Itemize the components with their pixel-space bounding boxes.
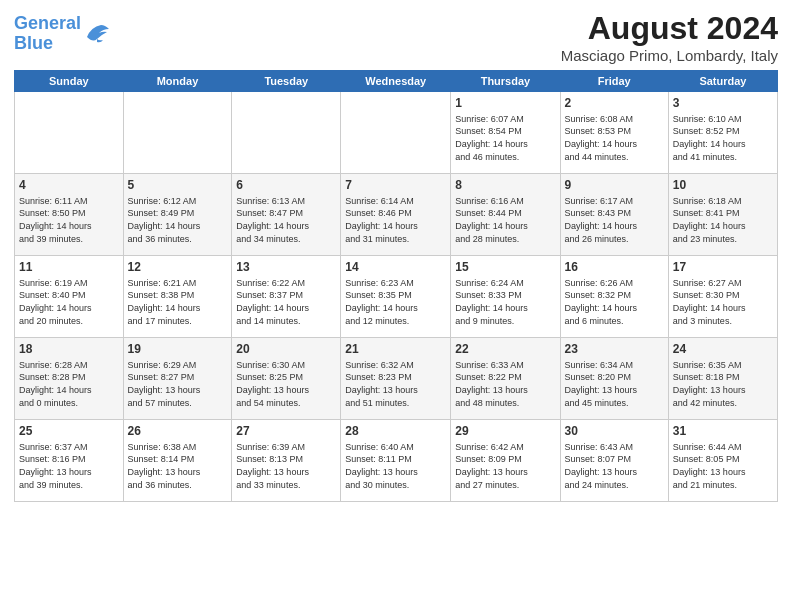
day-number: 5 bbox=[128, 177, 228, 194]
logo: GeneralBlue bbox=[14, 14, 111, 54]
week-row-3: 11Sunrise: 6:19 AMSunset: 8:40 PMDayligh… bbox=[15, 256, 778, 338]
cell-content: Daylight: 14 hours bbox=[345, 220, 446, 233]
cell-content: Sunrise: 6:14 AM bbox=[345, 195, 446, 208]
calendar-cell: 11Sunrise: 6:19 AMSunset: 8:40 PMDayligh… bbox=[15, 256, 124, 338]
logo-text: GeneralBlue bbox=[14, 14, 81, 54]
cell-content: Sunset: 8:28 PM bbox=[19, 371, 119, 384]
cell-content: Daylight: 13 hours bbox=[565, 466, 664, 479]
cell-content: and 45 minutes. bbox=[565, 397, 664, 410]
cell-content: and 36 minutes. bbox=[128, 479, 228, 492]
cell-content: and 34 minutes. bbox=[236, 233, 336, 246]
cell-content: Sunset: 8:52 PM bbox=[673, 125, 773, 138]
day-number: 31 bbox=[673, 423, 773, 440]
cell-content: and 33 minutes. bbox=[236, 479, 336, 492]
cell-content: Daylight: 13 hours bbox=[345, 384, 446, 397]
day-number: 1 bbox=[455, 95, 555, 112]
cell-content: Sunrise: 6:33 AM bbox=[455, 359, 555, 372]
calendar-cell: 10Sunrise: 6:18 AMSunset: 8:41 PMDayligh… bbox=[668, 174, 777, 256]
cell-content: and 42 minutes. bbox=[673, 397, 773, 410]
header-row: Sunday Monday Tuesday Wednesday Thursday… bbox=[15, 71, 778, 92]
cell-content: Sunrise: 6:29 AM bbox=[128, 359, 228, 372]
calendar-cell: 6Sunrise: 6:13 AMSunset: 8:47 PMDaylight… bbox=[232, 174, 341, 256]
cell-content: and 39 minutes. bbox=[19, 479, 119, 492]
cell-content: and 6 minutes. bbox=[565, 315, 664, 328]
cell-content: and 3 minutes. bbox=[673, 315, 773, 328]
cell-content: Sunset: 8:11 PM bbox=[345, 453, 446, 466]
cell-content: Daylight: 14 hours bbox=[19, 220, 119, 233]
cell-content: Sunrise: 6:28 AM bbox=[19, 359, 119, 372]
cell-content: Sunset: 8:33 PM bbox=[455, 289, 555, 302]
cell-content: Daylight: 14 hours bbox=[455, 220, 555, 233]
header-monday: Monday bbox=[123, 71, 232, 92]
cell-content: Sunset: 8:43 PM bbox=[565, 207, 664, 220]
cell-content: and 27 minutes. bbox=[455, 479, 555, 492]
day-number: 8 bbox=[455, 177, 555, 194]
cell-content: Daylight: 14 hours bbox=[19, 384, 119, 397]
cell-content: Daylight: 13 hours bbox=[673, 384, 773, 397]
cell-content: Sunset: 8:44 PM bbox=[455, 207, 555, 220]
calendar-table: Sunday Monday Tuesday Wednesday Thursday… bbox=[14, 70, 778, 502]
cell-content: Sunset: 8:46 PM bbox=[345, 207, 446, 220]
header-thursday: Thursday bbox=[451, 71, 560, 92]
day-number: 22 bbox=[455, 341, 555, 358]
cell-content: Sunset: 8:16 PM bbox=[19, 453, 119, 466]
day-number: 9 bbox=[565, 177, 664, 194]
day-number: 12 bbox=[128, 259, 228, 276]
week-row-2: 4Sunrise: 6:11 AMSunset: 8:50 PMDaylight… bbox=[15, 174, 778, 256]
calendar-cell: 24Sunrise: 6:35 AMSunset: 8:18 PMDayligh… bbox=[668, 338, 777, 420]
day-number: 28 bbox=[345, 423, 446, 440]
cell-content: and 36 minutes. bbox=[128, 233, 228, 246]
cell-content: Sunset: 8:49 PM bbox=[128, 207, 228, 220]
calendar-cell bbox=[123, 92, 232, 174]
cell-content: Sunset: 8:54 PM bbox=[455, 125, 555, 138]
cell-content: Sunset: 8:41 PM bbox=[673, 207, 773, 220]
cell-content: Sunrise: 6:17 AM bbox=[565, 195, 664, 208]
cell-content: Sunrise: 6:30 AM bbox=[236, 359, 336, 372]
day-number: 27 bbox=[236, 423, 336, 440]
cell-content: Daylight: 13 hours bbox=[128, 466, 228, 479]
cell-content: Sunrise: 6:12 AM bbox=[128, 195, 228, 208]
cell-content: Daylight: 14 hours bbox=[455, 138, 555, 151]
cell-content: and 0 minutes. bbox=[19, 397, 119, 410]
cell-content: Sunset: 8:35 PM bbox=[345, 289, 446, 302]
cell-content: Sunrise: 6:24 AM bbox=[455, 277, 555, 290]
calendar-cell: 25Sunrise: 6:37 AMSunset: 8:16 PMDayligh… bbox=[15, 420, 124, 502]
cell-content: Sunrise: 6:11 AM bbox=[19, 195, 119, 208]
cell-content: Sunset: 8:23 PM bbox=[345, 371, 446, 384]
cell-content: Daylight: 14 hours bbox=[236, 302, 336, 315]
cell-content: Daylight: 14 hours bbox=[236, 220, 336, 233]
cell-content: and 24 minutes. bbox=[565, 479, 664, 492]
day-number: 2 bbox=[565, 95, 664, 112]
cell-content: and 39 minutes. bbox=[19, 233, 119, 246]
calendar-cell: 21Sunrise: 6:32 AMSunset: 8:23 PMDayligh… bbox=[341, 338, 451, 420]
cell-content: Sunrise: 6:39 AM bbox=[236, 441, 336, 454]
cell-content: Daylight: 14 hours bbox=[673, 220, 773, 233]
cell-content: and 48 minutes. bbox=[455, 397, 555, 410]
cell-content: Sunrise: 6:27 AM bbox=[673, 277, 773, 290]
cell-content: Sunrise: 6:34 AM bbox=[565, 359, 664, 372]
cell-content: Daylight: 13 hours bbox=[128, 384, 228, 397]
cell-content: Sunset: 8:40 PM bbox=[19, 289, 119, 302]
cell-content: Sunrise: 6:18 AM bbox=[673, 195, 773, 208]
calendar-cell: 30Sunrise: 6:43 AMSunset: 8:07 PMDayligh… bbox=[560, 420, 668, 502]
calendar-cell: 28Sunrise: 6:40 AMSunset: 8:11 PMDayligh… bbox=[341, 420, 451, 502]
day-number: 17 bbox=[673, 259, 773, 276]
calendar-cell: 8Sunrise: 6:16 AMSunset: 8:44 PMDaylight… bbox=[451, 174, 560, 256]
calendar-cell: 7Sunrise: 6:14 AMSunset: 8:46 PMDaylight… bbox=[341, 174, 451, 256]
calendar-cell: 4Sunrise: 6:11 AMSunset: 8:50 PMDaylight… bbox=[15, 174, 124, 256]
day-number: 15 bbox=[455, 259, 555, 276]
day-number: 29 bbox=[455, 423, 555, 440]
cell-content: Daylight: 13 hours bbox=[565, 384, 664, 397]
cell-content: Sunrise: 6:35 AM bbox=[673, 359, 773, 372]
cell-content: Sunset: 8:53 PM bbox=[565, 125, 664, 138]
cell-content: Sunrise: 6:43 AM bbox=[565, 441, 664, 454]
cell-content: and 30 minutes. bbox=[345, 479, 446, 492]
cell-content: and 44 minutes. bbox=[565, 151, 664, 164]
calendar-cell: 12Sunrise: 6:21 AMSunset: 8:38 PMDayligh… bbox=[123, 256, 232, 338]
cell-content: Daylight: 13 hours bbox=[455, 384, 555, 397]
cell-content: Daylight: 13 hours bbox=[345, 466, 446, 479]
week-row-1: 1Sunrise: 6:07 AMSunset: 8:54 PMDaylight… bbox=[15, 92, 778, 174]
calendar-cell bbox=[15, 92, 124, 174]
subtitle: Masciago Primo, Lombardy, Italy bbox=[561, 47, 778, 64]
page: GeneralBlue August 2024 Masciago Primo, … bbox=[0, 0, 792, 612]
